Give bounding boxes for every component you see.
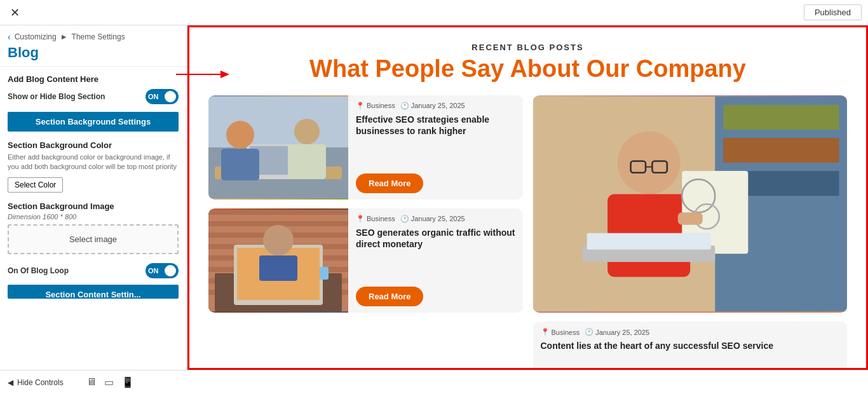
- main-layout: ‹ Customizing ► Theme Settings Blog Add …: [0, 25, 868, 370]
- blog-card-1-category: 📍 Business: [356, 102, 395, 110]
- hide-controls-arrow: ◀: [8, 378, 13, 387]
- blog-card-2-meta: 📍 Business 🕐 January 25, 2025: [356, 215, 515, 223]
- blog-card-2-date: 🕐 January 25, 2025: [400, 215, 465, 223]
- show-hide-toggle[interactable]: ON: [146, 89, 179, 104]
- device-icons: 🖥 ▭ 📱: [86, 376, 134, 388]
- tablet-icon[interactable]: ▭: [104, 376, 114, 388]
- tall-image-svg: [533, 95, 848, 313]
- right-column: 📍 Business 🕐 January 25, 2025 Content li…: [533, 95, 848, 368]
- loop-toggle-knob: [165, 265, 176, 276]
- svg-rect-3: [208, 147, 348, 198]
- add-blog-label: Add Blog Content Here: [8, 74, 179, 84]
- blog-card-2-svg: [208, 208, 348, 313]
- bg-color-label: Section Background Color: [8, 140, 179, 150]
- blog-card-1: 📍 Business 🕐 January 25, 2025 Effective …: [208, 95, 523, 200]
- breadcrumb-separator: ►: [60, 32, 68, 41]
- section-content-button[interactable]: Section Content Settin...: [8, 285, 179, 299]
- blog-card-3-date: 🕐 January 25, 2025: [585, 328, 649, 336]
- section-tag: RECENT BLOG POSTS: [208, 43, 847, 52]
- svg-rect-4: [215, 166, 342, 179]
- blog-card-1-date: 🕐 January 25, 2025: [400, 102, 465, 110]
- blog-card-2-content: 📍 Business 🕐 January 25, 2025 SEO genera…: [348, 208, 523, 313]
- svg-point-9: [294, 119, 320, 144]
- blog-card-2-image: [208, 208, 348, 313]
- blog-loop-label: On Of Blog Loop: [8, 266, 69, 275]
- main-heading: What People Say About Our Company: [208, 56, 847, 83]
- svg-rect-6: [250, 146, 294, 175]
- top-bar: ✕ Published: [0, 0, 868, 25]
- svg-rect-8: [221, 149, 259, 180]
- hide-controls-text: Hide Controls: [17, 378, 64, 387]
- location-icon-2: 📍: [356, 215, 365, 223]
- back-button[interactable]: ‹: [8, 32, 11, 42]
- svg-rect-13: [208, 210, 348, 215]
- mobile-icon[interactable]: 📱: [121, 376, 134, 388]
- svg-point-24: [263, 225, 294, 255]
- bottom-bar: ◀ Hide Controls 🖥 ▭ 📱: [0, 370, 868, 394]
- svg-rect-25: [259, 255, 297, 281]
- blog-loop-row: On Of Blog Loop ON: [8, 263, 179, 278]
- svg-rect-31: [723, 138, 839, 163]
- select-color-button[interactable]: Select Color: [8, 177, 63, 193]
- blog-card-bottom: 📍 Business 🕐 January 25, 2025 Content li…: [533, 322, 848, 368]
- read-more-button-2[interactable]: Read More: [356, 287, 423, 306]
- sidebar: ‹ Customizing ► Theme Settings Blog Add …: [0, 25, 187, 370]
- blog-card-tall: [533, 95, 848, 313]
- blog-card-3-meta: 📍 Business 🕐 January 25, 2025: [541, 328, 840, 336]
- read-more-button-1[interactable]: Read More: [356, 173, 423, 193]
- blog-card-3-title: Content lies at the heart of any success…: [541, 340, 840, 368]
- loop-toggle-on: ON: [148, 267, 159, 275]
- svg-rect-43: [587, 233, 710, 250]
- hide-controls-button[interactable]: ◀ Hide Controls: [8, 378, 64, 387]
- svg-rect-10: [288, 144, 326, 179]
- blog-card-1-svg: [208, 95, 348, 200]
- sidebar-content: Add Blog Content Here Show or Hide Blog …: [0, 67, 186, 370]
- location-icon: 📍: [356, 102, 365, 110]
- svg-rect-5: [247, 144, 297, 179]
- bg-color-desc: Either add background color or backgroun…: [8, 153, 179, 172]
- blog-card-3-category: 📍 Business: [541, 328, 580, 336]
- blog-loop-toggle[interactable]: ON: [146, 263, 179, 278]
- right-col-inner: 📍 Business 🕐 January 25, 2025 Content li…: [533, 95, 848, 368]
- clock-icon: 🕐: [400, 102, 409, 110]
- select-image-box[interactable]: Select image: [8, 224, 179, 254]
- svg-point-7: [226, 121, 254, 149]
- svg-rect-2: [208, 97, 348, 198]
- show-hide-label: Show or Hide Blog Section: [8, 92, 105, 101]
- published-button[interactable]: Published: [804, 4, 862, 20]
- sidebar-title: Blog: [8, 44, 179, 61]
- select-image-text: Select image: [69, 234, 117, 244]
- desktop-icon[interactable]: 🖥: [86, 376, 97, 388]
- preview-inner: RECENT BLOG POSTS What People Say About …: [189, 27, 866, 368]
- blog-card-1-content: 📍 Business 🕐 January 25, 2025 Effective …: [348, 95, 523, 200]
- breadcrumb-customizing: Customizing: [15, 32, 57, 41]
- blog-grid: 📍 Business 🕐 January 25, 2025 Effective …: [208, 95, 847, 342]
- blog-card-1-image: [208, 95, 348, 200]
- close-button[interactable]: ✕: [6, 4, 24, 21]
- svg-point-33: [617, 131, 680, 194]
- blog-card-1-title: Effective SEO strategies enable business…: [356, 114, 515, 168]
- clock-icon-2: 🕐: [400, 215, 409, 223]
- preview-area: RECENT BLOG POSTS What People Say About …: [187, 25, 868, 370]
- blog-card-2-title: SEO generates organic traffic without di…: [356, 227, 515, 282]
- breadcrumb: ‹ Customizing ► Theme Settings: [8, 32, 179, 42]
- location-icon-3: 📍: [541, 328, 550, 336]
- svg-rect-26: [320, 267, 329, 280]
- toggle-on-text: ON: [148, 93, 159, 100]
- clock-icon-3: 🕐: [585, 328, 593, 336]
- blog-card-1-meta: 📍 Business 🕐 January 25, 2025: [356, 102, 515, 110]
- bg-image-label: Section Background Image: [8, 201, 179, 211]
- blog-card-2-category: 📍 Business: [356, 215, 395, 223]
- sidebar-header: ‹ Customizing ► Theme Settings Blog: [0, 25, 186, 67]
- bg-image-dim: Dimension 1600 * 800: [8, 213, 179, 221]
- toggle-knob: [165, 91, 176, 102]
- tall-image: [533, 95, 848, 313]
- svg-rect-30: [723, 105, 839, 130]
- breadcrumb-theme-settings: Theme Settings: [72, 32, 125, 41]
- svg-rect-41: [677, 212, 702, 225]
- left-column: 📍 Business 🕐 January 25, 2025 Effective …: [208, 95, 523, 368]
- section-background-button[interactable]: Section Background Settings: [8, 112, 179, 132]
- blog-card-2: 📍 Business 🕐 January 25, 2025 SEO genera…: [208, 208, 523, 313]
- show-hide-row: Show or Hide Blog Section ON: [8, 89, 179, 104]
